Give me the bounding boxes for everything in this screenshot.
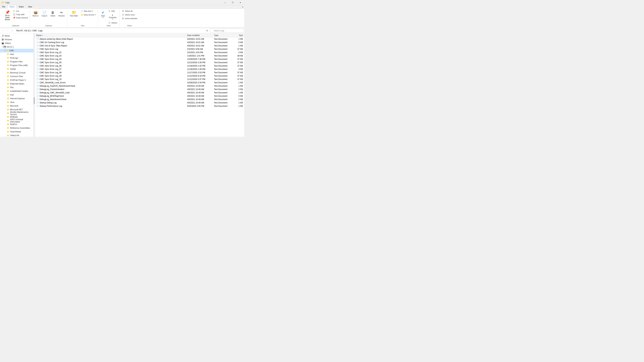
sidebar-item-intel1[interactable]: 📁 Intel xyxy=(0,52,33,56)
copy-path-button[interactable]: 📋 Copy path xyxy=(12,13,28,16)
delete-button[interactable]: 🗑 Delete xyxy=(49,9,56,17)
sidebar-item-music[interactable]: 🎵 Music xyxy=(0,34,33,38)
easy-access-button[interactable]: ⭐ Easy access ▼ xyxy=(80,13,96,16)
move-to-button[interactable]: 📦 Move to xyxy=(31,9,40,17)
properties-button[interactable]: ℹ Properties ▼ xyxy=(108,13,118,21)
sidebar-item-videolan[interactable]: 📁 VideoLAN xyxy=(0,134,33,137)
microsoftnet-folder-icon: 📁 xyxy=(7,108,10,111)
table-row[interactable]: 📄 DebugLog_NewVersionCheck 4/5/2021 10:4… xyxy=(35,98,244,101)
table-row[interactable]: 📄 CMC Sync Error Log_05 12/13/2020 2:26 … xyxy=(35,61,244,64)
sidebar-item-referenceassemblies[interactable]: 📁 Reference Assemblies xyxy=(0,126,33,130)
table-row[interactable]: 📄 CMC Sync Error Log_08 11/17/2020 2:53 … xyxy=(35,71,244,74)
open-button[interactable]: ✔ Open ▼ xyxy=(100,9,107,19)
table-row[interactable]: 📄 DebugLog_AnyDVD_NewVersionCheck 4/5/20… xyxy=(35,84,244,88)
forward-button[interactable]: → xyxy=(5,29,10,33)
sidebar-item-redfox[interactable]: 📁 RedFox xyxy=(0,122,33,126)
col-header-size[interactable]: Size xyxy=(234,34,244,36)
paste-shortcut-button[interactable]: 📌 Paste shortcut xyxy=(12,16,28,19)
table-row[interactable]: 📄 CMC Sync Error Log_03 1/18/2021 1:01 P… xyxy=(35,54,244,57)
sidebar-item-adobe[interactable]: 📁 Adobe xyxy=(0,67,33,71)
file-icon: 📄 xyxy=(36,68,39,70)
videos-icon: 🎬 xyxy=(1,42,4,44)
select-all-button[interactable]: ☑ Select all xyxy=(121,9,138,13)
sidebar-item-programfilesx86[interactable]: 📁 Program Files (x86) xyxy=(0,63,33,67)
tab-home[interactable]: Home xyxy=(8,5,16,9)
back-button[interactable]: ← xyxy=(1,29,5,33)
table-row[interactable]: 📄 CMC Sync Error Log 2/3/2021 9:56 AM Te… xyxy=(35,47,244,51)
sidebar-item-programfiles[interactable]: 📁 Program Files xyxy=(0,60,33,63)
table-row[interactable]: 📄 CMC Sync Error Log_02 2/2/2021 3:03 PM… xyxy=(35,51,244,54)
dvdfab-folder-icon: 📁 xyxy=(7,79,10,81)
new-item-button[interactable]: 📄 New item ▼ xyxy=(80,9,96,13)
col-header-name[interactable]: Name ▲ xyxy=(36,34,186,36)
sidebar-scrollbar-thumb[interactable] xyxy=(34,97,35,104)
sidebar-item-installshield[interactable]: 📁 InstallShield Installation Informati..… xyxy=(0,89,33,93)
minimize-button[interactable]: — xyxy=(221,0,229,5)
select-none-icon: ☐ xyxy=(122,13,124,16)
search-input[interactable] xyxy=(210,29,244,33)
refresh-button[interactable]: ↻ xyxy=(205,29,209,33)
tab-view[interactable]: View xyxy=(26,5,34,9)
sidebar-item-commonfiles[interactable]: 📁 Common Files xyxy=(0,75,33,78)
table-row[interactable]: 📄 CMC Sync Error Log_10 11/12/2020 5:37 … xyxy=(35,78,244,81)
expand-cmc-icon: ▼ xyxy=(4,50,6,52)
history-button[interactable]: 🕐 History xyxy=(108,21,118,24)
close-button[interactable]: ✕ xyxy=(236,0,244,5)
sidebar-item-nsis[interactable]: 📁 NSIS Uninstall Information xyxy=(0,119,33,122)
sidebar-item-microsoft[interactable]: 📁 Microsoft xyxy=(0,104,33,108)
table-row[interactable]: 📄 CMC Art Caching Error Log 4/3/2021 10:… xyxy=(35,41,244,44)
breadcrumb[interactable]: This PC › OS (C:) › CMC › Logs xyxy=(15,29,204,33)
sidebar-item-elaboratebytes[interactable]: 📁 Elaborate Bytes xyxy=(0,82,33,86)
breadcrumb-part-osc[interactable]: OS (C:) xyxy=(24,29,31,32)
table-row[interactable]: 📄 Startup Debug Log 4/5/2021 10:49 AM Te… xyxy=(35,101,244,104)
table-row[interactable]: 📄 CMC Sync Error Log_09 11/12/2020 6:16 … xyxy=(35,74,244,78)
up-button[interactable]: ↑ xyxy=(10,29,14,33)
sidebar-item-pictures[interactable]: 🖼 Pictures xyxy=(0,38,33,41)
tab-file[interactable]: File xyxy=(0,5,8,9)
sidebar-item-binnerup[interactable]: 📁 Binnerup Consult xyxy=(0,71,33,75)
sidebar-item-perflogs[interactable]: 📁 PerfLogs xyxy=(0,56,33,60)
move-to-icon: 📦 xyxy=(33,10,38,15)
breadcrumb-part-logs[interactable]: Logs xyxy=(38,29,42,32)
table-row[interactable]: 📄 Albums sorted by Album Artist Report 4… xyxy=(35,37,244,41)
rename-button[interactable]: ✏ Rename xyxy=(57,9,66,17)
breadcrumb-part-cmc[interactable]: CMC xyxy=(32,29,37,32)
table-row[interactable]: 📄 CMC Out of Sync Titles Report 4/5/2021… xyxy=(35,44,244,47)
sidebar-item-videos[interactable]: 🎬 Videos xyxy=(0,41,33,45)
table-row[interactable]: 📄 Startup Performance Log 5/25/2020 2:05… xyxy=(35,104,244,108)
invert-selection-button[interactable]: ⊡ Invert selection xyxy=(121,17,138,20)
cut-button[interactable]: ✂ Cut xyxy=(12,9,28,13)
table-row[interactable]: 📄 DebugLog_CMC_MovieDB_Load 4/5/2021 10:… xyxy=(35,91,244,94)
open-buttons: ✔ Open ▼ ✏ Edit ℹ Properties ▼ xyxy=(100,9,118,24)
tab-share[interactable]: Share xyxy=(16,5,26,9)
col-header-date[interactable]: Date modified xyxy=(186,34,213,36)
table-row[interactable]: 📄 DebugLog_CheckActivation 4/5/2021 10:4… xyxy=(35,88,244,91)
sidebar-item-ie[interactable]: 📁 Internet Explorer xyxy=(0,97,33,100)
col-header-type[interactable]: Type xyxy=(213,34,234,36)
pin-to-quick-button[interactable]: 📌 Pin to Quick access xyxy=(3,9,12,21)
paste-shortcut-icon: 📌 xyxy=(13,16,16,19)
sidebar-item-mozilla[interactable]: 📁 Mozilla Maintenance Service xyxy=(0,111,33,115)
sidebar-item-teamviewer[interactable]: 📁 TeamViewer xyxy=(0,130,33,134)
sidebar-item-flirc[interactable]: 📁 Flirc xyxy=(0,86,33,89)
table-row[interactable]: 📄 CMC Sync Error Log_06 11/18/2020 1:42 … xyxy=(35,64,244,67)
sidebar-scrollbar[interactable] xyxy=(34,33,35,137)
sidebar-item-dvdfab[interactable]: 📁 DVDFab Player 6 xyxy=(0,78,33,82)
select-none-button[interactable]: ☐ Select none xyxy=(121,13,138,16)
table-row[interactable]: 📄 CMC Sync Error Log_07 11/18/2020 1:28 … xyxy=(35,67,244,71)
restore-button[interactable]: ❐ xyxy=(229,0,236,5)
sidebar-item-cmc[interactable]: ▼ 📁 CMC xyxy=(0,49,33,52)
table-row[interactable]: 📄 DebugLog_MCERegCheck 4/5/2021 10:49 AM… xyxy=(35,94,244,98)
new-folder-button[interactable]: 📁 New folder xyxy=(69,9,79,17)
sidebar-item-intel2[interactable]: 📁 Intel xyxy=(0,93,33,97)
sidebar-item-osc[interactable]: ▼ 💾 OS (C:) xyxy=(0,45,33,49)
ribbon-collapse-btn[interactable]: ▲ xyxy=(242,6,244,8)
edit-button[interactable]: ✏ Edit xyxy=(108,9,118,13)
copy-to-button[interactable]: 📄 Copy to xyxy=(40,9,48,17)
table-row[interactable]: 📄 CMC_MovieDB_Load_Errors 10/28/2020 3:3… xyxy=(35,81,244,84)
clipboard-buttons: 📌 Pin to Quick access ✂ Cut 📋 Copy path … xyxy=(3,9,28,24)
table-row[interactable]: 📄 CMC Sync Error Log_04 12/29/2020 7:38 … xyxy=(35,57,244,61)
drive-icon: 💾 xyxy=(3,45,6,48)
sidebar-item-java[interactable]: 📁 Java xyxy=(0,100,33,104)
breadcrumb-part-thispc[interactable]: This PC xyxy=(16,29,23,32)
